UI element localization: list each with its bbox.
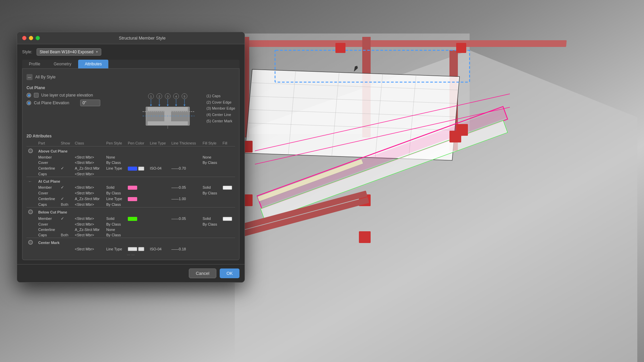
tab-attributes[interactable]: Attributes [78, 60, 109, 68]
ok-button[interactable]: OK [220, 268, 239, 278]
below-member-part: Member [37, 216, 59, 222]
above-cover-pen-style: By Class [105, 160, 126, 165]
svg-marker-49 [158, 105, 160, 106]
use-layer-row: Use layer cut plane elevation [26, 93, 136, 98]
style-dropdown[interactable]: Steel Beam W18×40 Exposed [37, 48, 101, 56]
attributes-table: Part Show Class Pen Style Pen Color Line… [26, 140, 235, 252]
at-cl-thickness: ——1.00 [170, 196, 201, 202]
cm-part [37, 246, 59, 252]
svg-marker-47 [150, 105, 152, 106]
at-cl-line-type [148, 196, 170, 202]
below-caps-row: Caps Both <Strct Mbr> By Class [26, 232, 235, 238]
cm-thickness: ——0.18 [170, 246, 201, 252]
below-cl-pen-style: None [105, 227, 126, 232]
at-member-line-type [148, 184, 170, 190]
svg-rect-58 [148, 121, 188, 125]
center-mark-header: Center Mark [26, 238, 235, 246]
svg-rect-57 [148, 107, 188, 111]
elevation-input[interactable] [80, 100, 100, 106]
at-cl-class: A_Zz-Strct Mbr [73, 196, 105, 202]
col-pen-style: Pen Style [105, 140, 126, 146]
above-cl-pen-style: Line Type [105, 165, 126, 171]
above-caps-show [59, 171, 73, 177]
col-class: Class [73, 140, 105, 146]
traffic-lights [22, 36, 40, 40]
below-cut-indicator [28, 209, 33, 214]
below-cover-row: Cover <Strct Mbr> By Class By Class [26, 222, 235, 227]
above-member-pen-color [126, 155, 148, 160]
use-layer-label: Use layer cut plane elevation [41, 93, 93, 98]
style-value: Steel Beam W18×40 Exposed [40, 50, 93, 54]
below-caps-pen-style: By Class [105, 232, 126, 238]
cut-plane-content: Use layer cut plane elevation Cut Plane … [26, 93, 235, 130]
at-cut-label: At Cut Plane [37, 177, 235, 185]
cm-pen-style: Line Type [105, 246, 126, 252]
style-label: Style: [22, 50, 34, 54]
svg-rect-31 [335, 43, 345, 53]
above-member-pen-style: None [105, 155, 126, 160]
below-member-line-type [148, 216, 170, 222]
use-layer-checkbox[interactable] [34, 93, 39, 98]
at-cover-row: Cover <Strct Mbr> By Class By Class [26, 190, 235, 196]
style-row: Style: Steel Beam W18×40 Exposed [22, 48, 239, 56]
col-part: Part [37, 140, 59, 146]
resize-handle[interactable]: — — [127, 253, 135, 256]
col-line-thickness: Line Thickness [170, 140, 201, 146]
at-centerline-row: Centerline ✓ A_Zz-Strct Mbr Line Type ——… [26, 196, 235, 202]
at-cl-part: Centerline [37, 196, 59, 202]
at-cl-pen-style: Line Type [105, 196, 126, 202]
table-header: Part Show Class Pen Style Pen Color Line… [26, 140, 235, 146]
below-cut-plane-header: Below Cut Plane [26, 207, 235, 216]
dialog-titlebar: Structural Member Style [17, 32, 245, 44]
svg-marker-53 [175, 105, 177, 106]
tab-geometry[interactable]: Geometry [47, 60, 78, 68]
above-member-class: <Strct Mbr> [73, 155, 105, 160]
svg-marker-55 [183, 105, 185, 106]
minimize-button[interactable] [29, 36, 33, 40]
below-centerline-row: Centerline A_Zz-Strct Mbr None [26, 227, 235, 232]
cm-pen-color [126, 246, 148, 252]
at-member-row: Member ✓ <Strct Mbr> Solid ——0.05 Solid [26, 184, 235, 190]
all-by-style-row: — All By Style [26, 73, 235, 81]
above-cl-class: A_Zz-Strct Mbr [73, 165, 105, 171]
elevation-row: Cut Plane Elevation [26, 100, 136, 106]
above-cl-show: ✓ [59, 165, 73, 171]
at-cover-part: Cover [37, 190, 59, 196]
above-caps-class: <Strct Mbr> [73, 171, 105, 177]
cut-plane-section: Cut Plane Use layer cut plane elevation … [26, 85, 235, 130]
center-mark-row: <Strct Mbr> Line Type ISO-04 ——0.18 [26, 246, 235, 252]
at-cover-class: <Strct Mbr> [73, 190, 105, 196]
center-mark-label: Center Mark [37, 238, 235, 246]
elevation-radio[interactable] [26, 101, 31, 105]
below-member-show: ✓ [59, 216, 73, 222]
at-caps-pen-style: By Class [105, 202, 126, 207]
svg-text:4: 4 [175, 95, 177, 98]
at-member-pen-color [126, 184, 148, 190]
above-cut-label: Above Cut Plane [37, 146, 235, 155]
cm-class: <Strct Mbr> [73, 246, 105, 252]
legend-3: (3) Member Edge [206, 105, 235, 112]
at-member-fill-style: Solid [201, 184, 221, 190]
above-cl-pen-color [126, 165, 148, 171]
below-cl-part: Centerline [37, 227, 59, 232]
above-cover-row: Cover <Strct Mbr> By Class By Class [26, 160, 235, 165]
dialog-window: Structural Member Style Style: Steel Bea… [17, 32, 245, 283]
at-caps-part: Caps [37, 202, 59, 207]
close-button[interactable] [22, 36, 26, 40]
at-member-part: Member [37, 184, 59, 190]
below-cl-class: A_Zz-Strct Mbr [73, 227, 105, 232]
use-layer-radio[interactable] [26, 93, 31, 98]
svg-marker-51 [167, 105, 169, 106]
resize-area: — — [26, 253, 235, 256]
above-member-line-type [148, 155, 170, 160]
cancel-button[interactable]: Cancel [189, 268, 216, 278]
maximize-button[interactable] [36, 36, 40, 40]
above-member-part: Member [37, 155, 59, 160]
center-mark-indicator [28, 240, 33, 245]
tab-profile[interactable]: Profile [22, 60, 47, 68]
all-by-style-icon: — [26, 74, 33, 80]
above-member-show [59, 155, 73, 160]
above-member-row: Member <Strct Mbr> None None [26, 155, 235, 160]
at-cover-fill-style: By Class [201, 190, 221, 196]
cut-plane-diagram: 1 2 3 4 5 [143, 93, 196, 130]
